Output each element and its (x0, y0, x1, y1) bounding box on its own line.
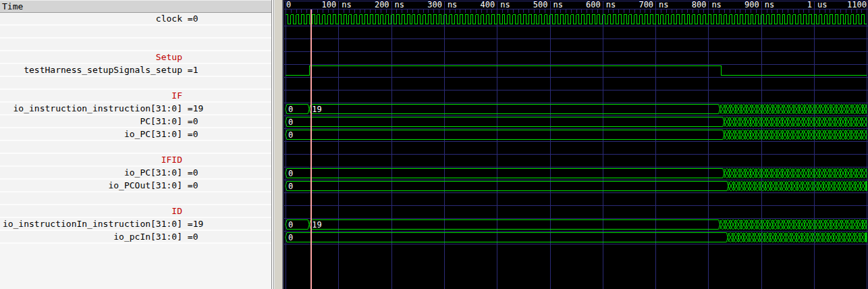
svg-text:1100: 1100 (847, 0, 867, 9)
signal-name: clock (0, 13, 182, 24)
bus-value-label: 0 (288, 220, 293, 230)
gtkwave-window: Time clock =0SetuptestHarness_setupSigna… (0, 0, 868, 289)
signal-name: io_PC[31:0] (0, 128, 182, 140)
svg-text:600: 600 (586, 0, 601, 9)
bus-value-label: 0 (288, 105, 293, 114)
svg-text:ns: ns (711, 0, 721, 9)
svg-text:ns: ns (606, 0, 616, 9)
bus-value-label: 0 (288, 233, 293, 242)
wave-pane[interactable]: 0100ns200ns300ns400ns500ns600ns700ns800n… (284, 0, 868, 289)
signal-name: io_pcIn[31:0] (0, 231, 182, 242)
svg-text:400: 400 (481, 0, 495, 9)
timescale-ruler: 0100ns200ns300ns400ns500ns600ns700ns800n… (286, 0, 867, 9)
waveform-canvas[interactable]: 0100ns200ns300ns400ns500ns600ns700ns800n… (284, 0, 868, 289)
svg-text:ns: ns (395, 0, 404, 9)
svg-text:900: 900 (744, 0, 759, 9)
undefined-x-region (728, 182, 867, 191)
svg-text:ns: ns (500, 0, 510, 9)
undefined-x-region (724, 130, 867, 140)
signal-value: =19 (182, 103, 203, 114)
wave-bus: 0 (286, 169, 867, 178)
signal-value: =0 (182, 13, 198, 24)
signal-row[interactable]: io_instruction_instruction[31:0] =19 (0, 103, 271, 115)
signal-row[interactable]: testHarness_setupSignals_setup =1 (0, 64, 271, 77)
blank-row (0, 192, 271, 205)
wave-bus: 019 (286, 105, 867, 114)
blank-row (0, 77, 271, 90)
blank-row (0, 141, 271, 154)
wave-bit (286, 66, 867, 76)
svg-text:100: 100 (322, 0, 337, 9)
signal-name: io_instruction_instruction[31:0] (0, 103, 182, 114)
blank-row (0, 38, 271, 51)
group-label: IF (0, 90, 182, 101)
svg-text:us: us (817, 0, 827, 9)
svg-text:500: 500 (533, 0, 548, 9)
bus-value-label: 0 (288, 169, 293, 178)
wave-bus: 0 (286, 117, 867, 127)
comment-row[interactable]: IF (0, 90, 271, 103)
group-label: IFID (0, 154, 182, 165)
bus-value-label: 0 (288, 182, 293, 191)
group-label: Setup (0, 51, 182, 63)
wave-grid (284, 1, 868, 289)
signal-value: =0 (182, 180, 198, 191)
svg-text:700: 700 (639, 0, 653, 9)
blank-row (0, 26, 271, 38)
undefined-x-region (724, 169, 867, 178)
signal-value: =0 (182, 167, 198, 178)
signal-name: io_PC[31:0] (0, 167, 182, 178)
bus-value-label: 19 (312, 105, 321, 114)
svg-text:ns: ns (342, 0, 351, 9)
signal-name: io_instructionIn_instruction[31:0] (0, 218, 182, 230)
signal-row[interactable]: io_PC[31:0] =0 (0, 167, 271, 180)
signal-row[interactable]: io_PC[31:0] =0 (0, 128, 271, 141)
bus-value-label: 0 (288, 130, 293, 140)
signal-value: =0 (182, 128, 198, 140)
svg-text:ns: ns (659, 0, 668, 9)
pane-splitter[interactable] (272, 0, 284, 289)
svg-text:ns: ns (447, 0, 457, 9)
svg-text:ns: ns (553, 0, 563, 9)
signal-value: =1 (182, 64, 198, 76)
svg-text:ns: ns (765, 0, 774, 9)
wave-clock (286, 15, 867, 24)
signal-row[interactable]: io_instructionIn_instruction[31:0] =19 (0, 218, 271, 231)
wave-bus: 0 (286, 182, 867, 191)
signal-row[interactable]: io_PCOut[31:0] =0 (0, 180, 271, 192)
comment-row[interactable]: ID (0, 205, 271, 218)
undefined-x-region (720, 220, 867, 230)
wave-bus: 019 (286, 220, 867, 230)
bus-value-label: 0 (288, 117, 293, 127)
svg-text:200: 200 (375, 0, 389, 9)
signal-row[interactable]: clock =0 (0, 13, 271, 26)
svg-text:800: 800 (692, 0, 707, 9)
signal-name: PC[31:0] (0, 115, 182, 127)
signal-row[interactable]: io_pcIn[31:0] =0 (0, 231, 271, 244)
time-header: Time (0, 0, 271, 13)
bus-value-label: 19 (312, 220, 321, 230)
signal-name: io_PCOut[31:0] (0, 180, 182, 191)
signal-value: =19 (182, 218, 203, 230)
svg-text:1: 1 (807, 0, 812, 9)
signal-row[interactable]: PC[31:0] =0 (0, 115, 271, 128)
signals-pane: Time clock =0SetuptestHarness_setupSigna… (0, 0, 272, 289)
comment-row[interactable]: Setup (0, 51, 271, 64)
undefined-x-region (720, 105, 867, 114)
signal-value: =0 (182, 115, 198, 127)
svg-text:300: 300 (427, 0, 442, 9)
comment-row[interactable]: IFID (0, 154, 271, 167)
signal-name: testHarness_setupSignals_setup (0, 64, 182, 76)
signal-value: =0 (182, 231, 198, 242)
wave-bus: 0 (286, 233, 867, 242)
group-label: ID (0, 205, 182, 217)
undefined-x-region (728, 233, 867, 242)
signal-list: clock =0SetuptestHarness_setupSignals_se… (0, 13, 271, 244)
svg-text:0: 0 (286, 0, 291, 9)
wave-bus: 0 (286, 130, 867, 140)
undefined-x-region (724, 117, 867, 127)
